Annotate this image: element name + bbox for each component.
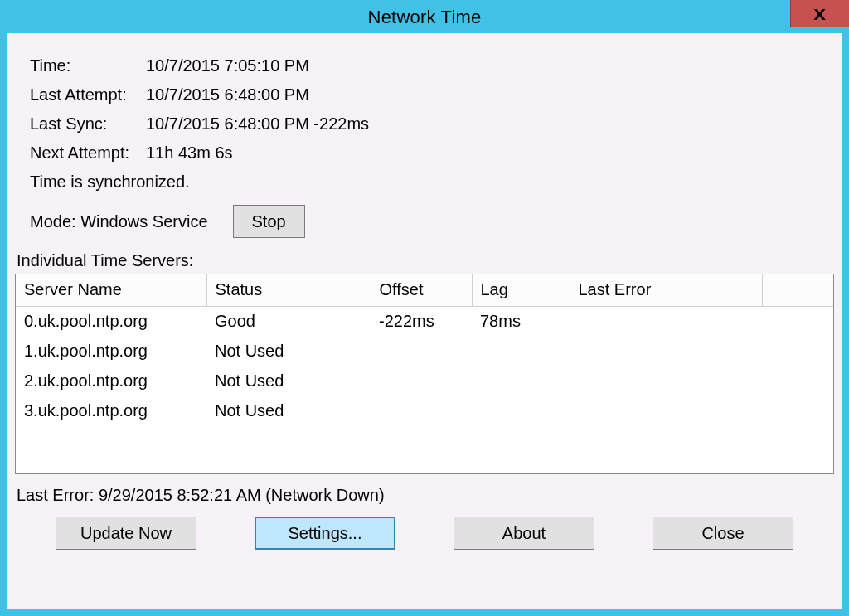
cell-status: Good xyxy=(206,306,371,336)
cell-offset xyxy=(371,366,472,395)
last-attempt-label: Last Attempt: xyxy=(30,85,146,104)
client-area: Time: 10/7/2015 7:05:10 PM Last Attempt:… xyxy=(7,33,842,560)
col-status[interactable]: Status xyxy=(206,274,371,306)
last-sync-row: Last Sync: 10/7/2015 6:48:00 PM -222ms xyxy=(30,114,819,133)
cell-offset xyxy=(371,395,472,425)
cell-server-name: 2.uk.pool.ntp.org xyxy=(16,366,206,395)
cell-lag xyxy=(472,366,570,395)
close-window-button[interactable]: x xyxy=(790,0,849,27)
info-block: Time: 10/7/2015 7:05:10 PM Last Attempt:… xyxy=(15,40,834,238)
col-last-error[interactable]: Last Error xyxy=(570,274,762,306)
time-label: Time: xyxy=(30,56,146,75)
next-attempt-label: Next Attempt: xyxy=(30,143,146,162)
last-error-line: Last Error: 9/29/2015 8:52:21 AM (Networ… xyxy=(17,486,834,505)
cell-server-name: 1.uk.pool.ntp.org xyxy=(16,336,206,366)
time-row: Time: 10/7/2015 7:05:10 PM xyxy=(30,56,819,75)
cell-server-name: 0.uk.pool.ntp.org xyxy=(16,306,206,336)
mode-label: Mode: Windows Service xyxy=(30,212,208,231)
servers-table-wrap: Server Name Status Offset Lag Last Error… xyxy=(15,274,834,474)
settings-button[interactable]: Settings... xyxy=(255,517,395,550)
cell-status: Not Used xyxy=(206,395,371,425)
table-row[interactable]: 0.uk.pool.ntp.org Good -222ms 78ms xyxy=(16,306,833,336)
table-row[interactable]: 3.uk.pool.ntp.org Not Used xyxy=(16,395,833,425)
last-sync-value: 10/7/2015 6:48:00 PM -222ms xyxy=(146,114,369,133)
sync-status: Time is synchronized. xyxy=(30,172,819,192)
window-frame: Network Time x Time: 10/7/2015 7:05:10 P… xyxy=(0,0,849,616)
table-header-row: Server Name Status Offset Lag Last Error xyxy=(16,274,833,306)
cell-last-error xyxy=(570,366,762,395)
next-attempt-row: Next Attempt: 11h 43m 6s xyxy=(30,143,819,162)
col-offset[interactable]: Offset xyxy=(371,274,472,306)
cell-offset: -222ms xyxy=(371,306,472,336)
servers-table: Server Name Status Offset Lag Last Error… xyxy=(16,274,833,425)
cell-status: Not Used xyxy=(206,336,371,366)
cell-offset xyxy=(371,336,472,366)
bottom-button-bar: Update Now Settings... About Close xyxy=(15,515,834,553)
cell-lag xyxy=(472,395,570,425)
cell-lag xyxy=(472,336,570,366)
close-button[interactable]: Close xyxy=(653,517,793,550)
table-row[interactable]: 1.uk.pool.ntp.org Not Used xyxy=(16,336,833,366)
col-padding xyxy=(762,274,833,306)
mode-row: Mode: Windows Service Stop xyxy=(30,205,819,238)
table-row[interactable]: 2.uk.pool.ntp.org Not Used xyxy=(16,366,833,395)
cell-status: Not Used xyxy=(206,366,371,395)
window-title: Network Time xyxy=(368,5,482,28)
update-now-button[interactable]: Update Now xyxy=(56,517,196,550)
about-button[interactable]: About xyxy=(454,517,594,550)
last-attempt-row: Last Attempt: 10/7/2015 6:48:00 PM xyxy=(30,85,819,104)
next-attempt-value: 11h 43m 6s xyxy=(146,143,233,162)
cell-lag: 78ms xyxy=(472,306,570,336)
titlebar[interactable]: Network Time x xyxy=(0,0,849,33)
stop-button[interactable]: Stop xyxy=(233,205,305,238)
last-sync-label: Last Sync: xyxy=(30,114,146,133)
servers-heading: Individual Time Servers: xyxy=(17,251,834,270)
time-value: 10/7/2015 7:05:10 PM xyxy=(146,56,309,75)
last-attempt-value: 10/7/2015 6:48:00 PM xyxy=(146,85,309,104)
cell-server-name: 3.uk.pool.ntp.org xyxy=(16,395,206,425)
close-icon: x xyxy=(814,3,827,23)
col-lag[interactable]: Lag xyxy=(472,274,570,306)
cell-last-error xyxy=(570,306,762,336)
cell-last-error xyxy=(570,395,762,425)
col-server-name[interactable]: Server Name xyxy=(16,274,206,306)
cell-last-error xyxy=(570,336,762,366)
